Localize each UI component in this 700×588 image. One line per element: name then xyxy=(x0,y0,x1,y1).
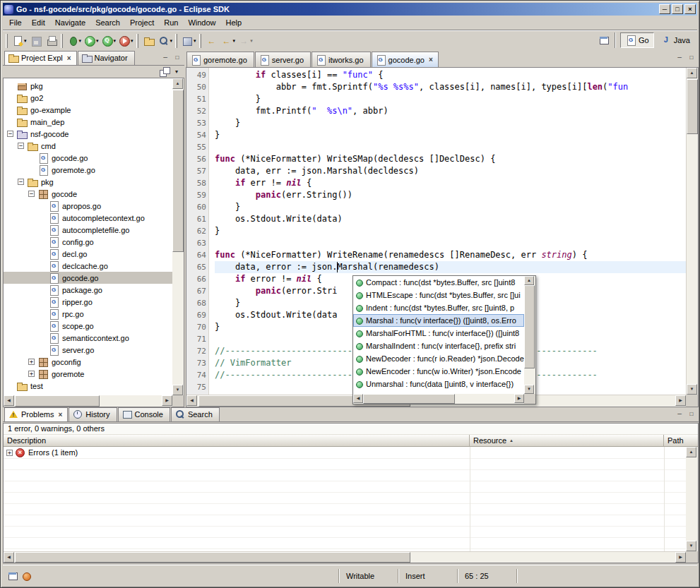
menu-window[interactable]: Window xyxy=(183,16,220,29)
scroll-right-icon[interactable]: ▶ xyxy=(675,395,686,406)
collapse-icon[interactable]: − xyxy=(28,191,35,197)
scroll-thumb[interactable] xyxy=(172,90,184,252)
explorer-vertical-scrollbar[interactable]: ▲ ▼ xyxy=(172,78,184,395)
tree-item-gocode[interactable]: −gocode xyxy=(4,188,172,200)
autocomplete-item[interactable]: NewEncoder : func(w io.Writer) *json.Enc… xyxy=(353,365,524,378)
problems-horizontal-scrollbar[interactable]: ◀ ▶ xyxy=(4,551,686,563)
menu-file[interactable]: File xyxy=(4,16,27,29)
code-line-52[interactable]: 52 fmt.Printf(" %s\n", abbr) xyxy=(186,105,686,117)
minimize-view-button[interactable]: ─ xyxy=(674,409,685,419)
tab-navigator[interactable]: Navigator xyxy=(78,51,135,65)
scroll-thumb[interactable] xyxy=(15,395,100,407)
tree-item-go-example[interactable]: go-example xyxy=(4,104,172,116)
last-edit-location-button[interactable]: ← xyxy=(204,32,220,49)
scroll-thumb[interactable] xyxy=(524,285,535,368)
popup-horizontal-scrollbar[interactable]: ◀ ▶ xyxy=(353,394,524,404)
tree-item-server-go[interactable]: server.go xyxy=(4,344,172,356)
column-header-description[interactable]: Description xyxy=(4,435,470,446)
code-line-51[interactable]: 51 } xyxy=(186,93,686,105)
tree-item-pkg[interactable]: pkg xyxy=(4,80,172,92)
scroll-down-icon[interactable]: ▼ xyxy=(687,384,697,395)
scroll-left-icon[interactable]: ◀ xyxy=(186,395,197,406)
autocomplete-item[interactable]: Indent : func(dst *bytes.Buffer, src []u… xyxy=(353,301,524,314)
close-tab-icon[interactable]: × xyxy=(58,411,62,419)
perspective-java-button[interactable]: Java xyxy=(655,32,695,48)
tree-item-test[interactable]: test xyxy=(4,380,172,392)
autocomplete-item[interactable]: Unmarshal : func(data []uint8, v interfa… xyxy=(353,378,524,390)
expand-icon[interactable]: + xyxy=(6,450,13,456)
column-header-path[interactable]: Path xyxy=(664,435,698,446)
scroll-up-icon[interactable]: ▲ xyxy=(524,276,534,285)
autocomplete-item[interactable]: MarshalIndent : func(v interface{}, pref… xyxy=(353,340,524,352)
menu-run[interactable]: Run xyxy=(159,16,183,29)
fast-view-icon[interactable] xyxy=(7,570,18,582)
menu-search[interactable]: Search xyxy=(90,16,125,29)
forward-button[interactable]: →▾ xyxy=(237,32,254,49)
scroll-left-icon[interactable]: ◀ xyxy=(353,394,363,403)
tab-history[interactable]: History xyxy=(69,407,117,421)
scroll-up-icon[interactable]: ▲ xyxy=(686,447,696,457)
tree-item-decl-go[interactable]: decl.go xyxy=(4,248,172,260)
close-button[interactable]: × xyxy=(684,4,696,14)
scroll-left-icon[interactable]: ◀ xyxy=(4,552,14,563)
scroll-up-icon[interactable]: ▲ xyxy=(687,68,697,78)
column-divider[interactable] xyxy=(470,447,470,551)
tree-item-main-dep[interactable]: main_dep xyxy=(4,116,172,128)
scroll-thumb[interactable] xyxy=(363,394,455,404)
collapse-icon[interactable]: − xyxy=(18,143,24,149)
code-line-60[interactable]: 60 } xyxy=(186,201,686,213)
dropdown-arrow-icon[interactable]: ▾ xyxy=(131,38,134,44)
tab-project-explorer[interactable]: Project Expl× xyxy=(4,51,77,65)
code-line-58[interactable]: 58 if err != nil { xyxy=(186,177,686,189)
debug-button[interactable]: ▾ xyxy=(66,32,83,49)
autocomplete-item[interactable]: HTMLEscape : func(dst *bytes.Buffer, src… xyxy=(353,289,524,301)
autocomplete-item[interactable]: Marshal : func(v interface{}) ([]uint8, … xyxy=(353,314,524,327)
menu-edit[interactable]: Edit xyxy=(27,16,50,29)
code-line-64[interactable]: 64func (*NiceFormatter) WriteRename(rena… xyxy=(186,249,686,261)
scroll-right-icon[interactable]: ▶ xyxy=(514,394,524,403)
expand-icon[interactable]: + xyxy=(28,371,35,377)
tree-item-autocompletefile-go[interactable]: autocompletefile.go xyxy=(4,224,172,236)
tab-gocode-go[interactable]: gocode.go× xyxy=(372,52,439,67)
problems-row[interactable]: +Errors (1 item) xyxy=(4,447,686,459)
tree-item-ripper-go[interactable]: ripper.go xyxy=(4,296,172,308)
menu-help[interactable]: Help xyxy=(221,16,247,29)
code-line-50[interactable]: 50 abbr = fmt.Sprintf("%s %s%s", classes… xyxy=(186,81,686,93)
dropdown-arrow-icon[interactable]: ▾ xyxy=(170,38,173,44)
view-menu-button[interactable]: ▾ xyxy=(171,67,182,77)
scroll-left-icon[interactable]: ◀ xyxy=(4,395,14,406)
tab-server-go[interactable]: server.go xyxy=(255,52,311,67)
tab-itworks-go[interactable]: itworks.go xyxy=(312,52,371,67)
explorer-horizontal-scrollbar[interactable]: ◀ ▶ xyxy=(4,395,172,407)
code-line-53[interactable]: 53 } xyxy=(186,117,686,129)
scroll-right-icon[interactable]: ▶ xyxy=(162,395,172,406)
tab-problems[interactable]: Problems× xyxy=(4,407,68,421)
code-line-55[interactable]: 55 xyxy=(186,141,686,153)
column-divider[interactable] xyxy=(664,447,665,551)
dropdown-arrow-icon[interactable]: ▾ xyxy=(79,38,82,44)
dropdown-arrow-icon[interactable]: ▾ xyxy=(96,38,99,44)
tab-goremote-go[interactable]: goremote.go xyxy=(186,52,254,67)
autocomplete-item[interactable]: MarshalForHTML : func(v interface{}) ([]… xyxy=(353,327,524,340)
dropdown-arrow-icon[interactable]: ▾ xyxy=(194,38,196,44)
tree-item-apropos-go[interactable]: apropos.go xyxy=(4,200,172,212)
tree-item-goconfig[interactable]: +goconfig xyxy=(4,356,172,368)
maximize-button[interactable]: □ xyxy=(672,4,683,14)
code-line-49[interactable]: 49 if classes[i] == "func" { xyxy=(186,69,686,81)
code-line-61[interactable]: 61 os.Stdout.Write(data) xyxy=(186,213,686,225)
open-perspective-button[interactable] xyxy=(596,32,612,49)
tree-item-gocode-go[interactable]: gocode.go xyxy=(4,272,172,284)
scroll-right-icon[interactable]: ▶ xyxy=(675,552,686,563)
minimize-editor-button[interactable]: ─ xyxy=(674,53,685,63)
coverage-button[interactable]: ▾ xyxy=(100,32,118,49)
tree-item-rpc-go[interactable]: rpc.go xyxy=(4,308,172,320)
scroll-down-icon[interactable]: ▼ xyxy=(524,385,534,394)
close-tab-icon[interactable]: × xyxy=(67,54,71,62)
scroll-thumb[interactable] xyxy=(687,79,698,134)
tree-item-goremote[interactable]: +goremote xyxy=(4,368,172,380)
open-resource-button[interactable] xyxy=(141,32,157,49)
collapse-all-button[interactable] xyxy=(159,66,170,78)
autocomplete-item[interactable]: NewDecoder : func(r io.Reader) *json.Dec… xyxy=(353,352,524,365)
print-button[interactable] xyxy=(44,32,59,49)
tree-item-config-go[interactable]: config.go xyxy=(4,236,172,248)
